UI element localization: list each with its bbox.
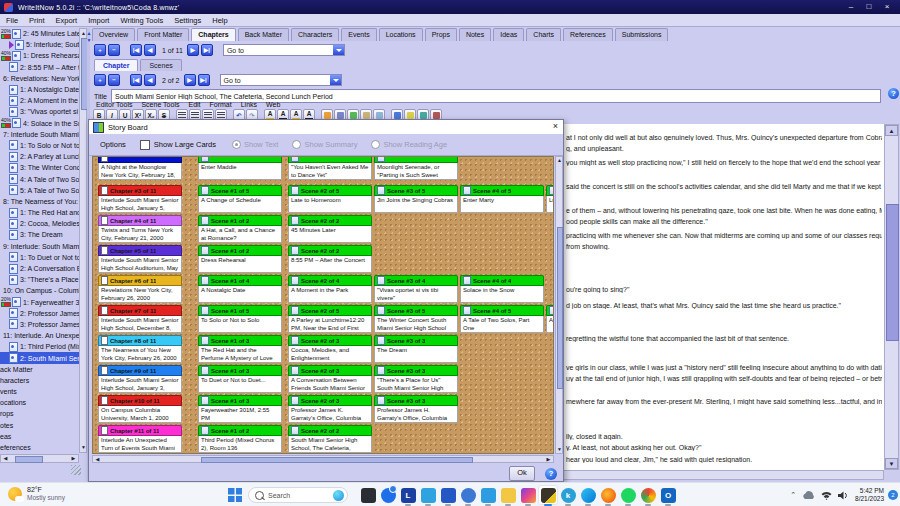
sidebar-item[interactable]: 6: Revelations: New York Cit <box>0 73 79 84</box>
start-button[interactable] <box>228 488 242 502</box>
storyboard-scene-card[interactable]: Scene #3 of 5The Winter Concert South Mi… <box>374 305 458 333</box>
taskbar-clock[interactable]: 5:42 PM 8/21/2023 <box>855 487 884 503</box>
ok-button[interactable]: Ok <box>509 466 535 481</box>
storyboard-chapter-card[interactable]: Chapter #8 of 11The Nearness of You New … <box>98 335 182 363</box>
storyboard-chapter-card[interactable]: Chapter #4 of 11Twists and Turns New Yor… <box>98 215 182 243</box>
sidebar-item[interactable]: ocations <box>0 397 79 408</box>
wifi-icon[interactable] <box>821 491 832 500</box>
scroll-right-icon[interactable]: ▶ <box>545 456 552 463</box>
first-scene-button[interactable]: |◀ <box>130 74 142 86</box>
radio-show-reading-age[interactable]: Show Reading Age <box>371 140 447 149</box>
sidebar-item[interactable]: 20%2: 45 Minutes Later <box>0 28 79 39</box>
tab-back-matter[interactable]: Back Matter <box>238 28 289 41</box>
sidebar-item[interactable]: 7: Interlude South Miami S <box>0 129 79 140</box>
storyboard-scene-card[interactable]: Scene #3 of 3"There's a Place for Us" So… <box>374 365 458 393</box>
editor-menu-web[interactable]: Web <box>266 101 280 108</box>
scroll-left-icon[interactable]: ◀ <box>2 455 9 462</box>
storyboard-chapter-card[interactable]: Chapter #7 of 11Interlude South Miami Se… <box>98 305 182 333</box>
editor-vertical-scrollbar[interactable]: ▲ ▼ <box>884 124 899 470</box>
dialog-close-icon[interactable]: × <box>553 121 558 131</box>
storyboard-scene-card[interactable]: Scene #2 of 4A Moment in the Park <box>288 275 372 303</box>
storyboard-scene-card[interactable]: Scene #2 of 3A Conversation Between Frie… <box>288 365 372 393</box>
menu-help[interactable]: Help <box>212 16 227 25</box>
storyboard-scene-card[interactable]: Scene #2 of 3Cocoa, Melodies, and Enligh… <box>288 335 372 363</box>
add-chapter-button[interactable]: + <box>94 44 106 56</box>
sidebar-item[interactable]: 20%1: Fayerweather 30 <box>0 297 79 308</box>
storyboard-scene-card[interactable]: Scene #2 of 5A Parley at Lunchtime12:20 … <box>288 305 372 333</box>
editor-menu-edit[interactable]: Edit <box>188 101 200 108</box>
sidebar-item[interactable]: 5: A Tale of Two Solos, I <box>0 185 79 196</box>
storyboard-scene-card[interactable]: Scene #3 of 4"Vivas oportet si vis tibi … <box>374 275 458 303</box>
sidebar-item[interactable]: 2: A Parley at Lunchtime <box>0 151 79 162</box>
tab-notes[interactable]: Notes <box>459 28 491 41</box>
storyboard-chapter-card[interactable]: Chapter #3 of 11Interlude South Miami Se… <box>98 185 182 213</box>
storyboard-scene-card[interactable]: Scene #3 of 3The Dream <box>374 335 458 363</box>
scroll-down-icon[interactable]: ▼ <box>80 444 87 451</box>
taskbar-app-l-icon[interactable]: L <box>398 485 418 505</box>
taskbar-task-view-icon[interactable] <box>358 485 378 505</box>
tab-ideas[interactable]: Ideas <box>493 28 524 41</box>
storyboard-scene-card[interactable]: Scene #4 of 5Enter Marty <box>460 185 544 213</box>
hidden-icons-chevron-icon[interactable]: ⌃ <box>790 491 796 499</box>
scroll-up-icon[interactable]: ▲ <box>556 157 563 164</box>
taskbar-chrome-icon[interactable] <box>638 485 658 505</box>
sidebar-item[interactable]: 40%1: Dress Rehearsal <box>0 50 79 61</box>
storyboard-scene-card[interactable]: Scene #1 of 5A Change of Schedule <box>198 185 282 213</box>
sidebar-item[interactable]: ack Matter <box>0 364 79 375</box>
storyboard-scene-card[interactable]: A Tale <box>546 305 554 333</box>
sidebar-item[interactable]: 3: "Vivas oportet si vis tib <box>0 106 79 117</box>
sidebar-item[interactable]: otes <box>0 420 79 431</box>
menu-import[interactable]: Import <box>88 16 109 25</box>
scroll-thumb[interactable] <box>886 204 899 341</box>
onedrive-icon[interactable] <box>802 491 815 500</box>
tab-locations[interactable]: Locations <box>379 28 423 41</box>
taskbar-firefox-icon[interactable] <box>598 485 618 505</box>
storyboard-chapter-card[interactable]: Chapter #11 of 11Interlude An Unexpected… <box>98 425 182 453</box>
search-box[interactable]: Search <box>248 487 348 503</box>
minimize-button[interactable]: – <box>842 0 860 14</box>
taskbar-instagram-icon[interactable] <box>518 485 538 505</box>
storyboard-scene-card[interactable]: Scene #2 of 2South Miami Senior High Sch… <box>288 425 372 453</box>
menu-settings[interactable]: Settings <box>174 16 201 25</box>
show-large-cards-checkbox[interactable] <box>140 140 150 150</box>
weather-widget[interactable]: 82°F Mostly sunny <box>8 486 65 502</box>
taskbar-chat-icon[interactable] <box>378 485 398 505</box>
editor-menu-editor-tools[interactable]: Editor Tools <box>96 101 132 108</box>
scroll-thumb[interactable] <box>15 456 43 463</box>
next-scene-button[interactable]: ▶ <box>184 74 196 86</box>
tab-overview[interactable]: Overview <box>92 28 135 41</box>
storyboard-scene-card[interactable]: Scene #3 of 3Professor James H. Garraty'… <box>374 395 458 423</box>
sidebar-item[interactable]: vents <box>0 386 79 397</box>
dropdown-arrow-icon[interactable] <box>330 75 341 85</box>
taskbar-edge-icon[interactable] <box>578 485 598 505</box>
close-button[interactable]: × <box>878 0 896 14</box>
next-chapter-button[interactable]: ▶ <box>187 44 199 56</box>
taskbar-writeitnow-icon[interactable] <box>538 485 558 505</box>
storyboard-scene-card[interactable]: Scene #4 of 5A Tale of Two Solos, Part O… <box>460 305 544 333</box>
taskbar-list-app-icon[interactable] <box>478 485 498 505</box>
storyboard-scene-card[interactable]: Scene #1 of 2Third Period (Mixed Chorus … <box>198 425 282 453</box>
sidebar-item[interactable]: 8: The Nearness of You: Ne <box>0 196 79 207</box>
editor-menu-format[interactable]: Format <box>210 101 232 108</box>
tab-submissions[interactable]: Submissions <box>615 28 669 41</box>
taskbar-spotify-icon[interactable] <box>618 485 638 505</box>
storyboard-chapter-card[interactable]: A Night at the Moonglow New York City, F… <box>98 156 182 180</box>
add-scene-button[interactable]: + <box>94 74 106 86</box>
taskbar-outlook-icon[interactable]: O <box>658 485 678 505</box>
sidebar-item[interactable]: 3: "There's a Place for U <box>0 274 79 285</box>
storyboard-chapter-card[interactable]: Chapter #10 of 11On Campus Columbia Univ… <box>98 395 182 423</box>
remove-scene-button[interactable]: − <box>108 74 120 86</box>
tab-chapters[interactable]: Chapters <box>191 28 235 41</box>
last-scene-button[interactable]: ▶| <box>198 74 210 86</box>
chapter-goto-select[interactable]: Go to <box>223 44 345 56</box>
sidebar-item[interactable]: 2: 8:55 PM – After th <box>0 62 79 73</box>
tab-scenes[interactable]: Scenes <box>140 59 181 71</box>
sidebar-item[interactable]: 1: To Solo or Not to Solo <box>0 140 79 151</box>
splitter-collapse-icon[interactable]: ▲ <box>87 30 92 36</box>
radio-show-summary[interactable]: Show Summary <box>292 140 357 149</box>
sidebar-item[interactable]: 1: Third Period (Mixed C <box>0 341 79 352</box>
sidebar-item[interactable]: eas <box>0 431 79 442</box>
taskbar-database-app-icon[interactable] <box>438 485 458 505</box>
sidebar-item[interactable]: 3: The Dream <box>0 229 79 240</box>
sidebar-item[interactable]: rops <box>0 408 79 419</box>
